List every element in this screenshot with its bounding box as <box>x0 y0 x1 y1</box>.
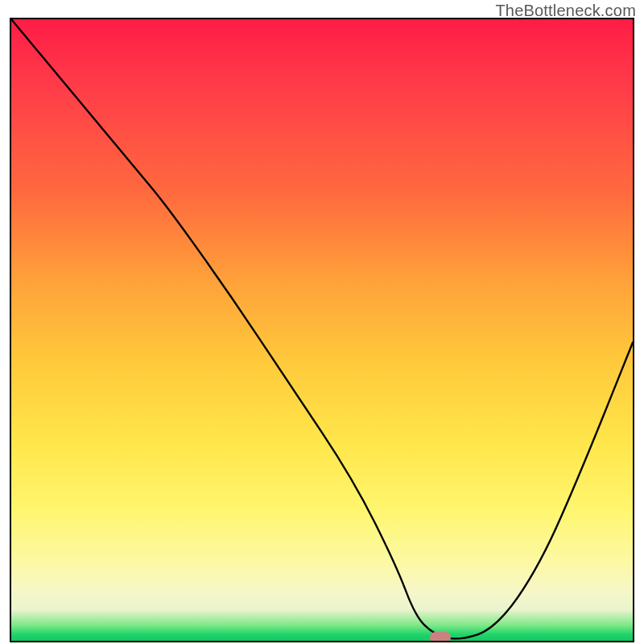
bottleneck-curve <box>11 19 633 641</box>
optimum-marker <box>430 632 451 642</box>
chart-frame <box>10 18 634 642</box>
